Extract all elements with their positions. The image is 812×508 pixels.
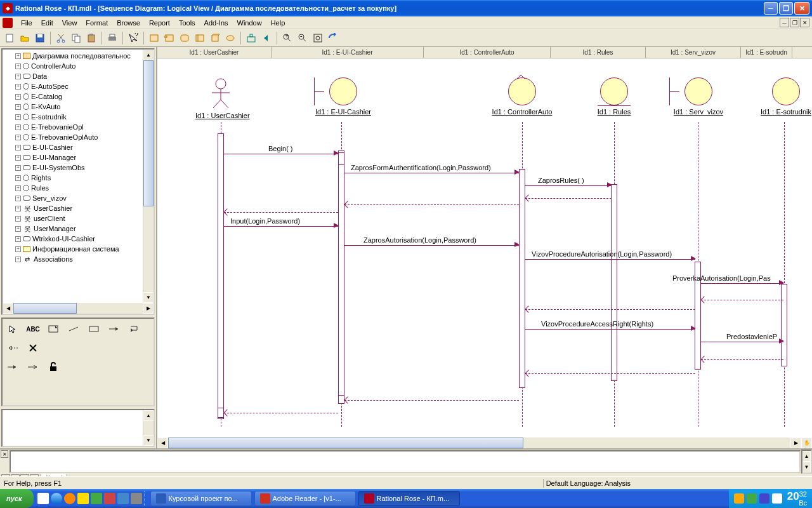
tree-item[interactable]: +Data <box>4 71 152 81</box>
clock[interactable]: 2032Вс <box>787 491 807 507</box>
ql-icon[interactable] <box>91 493 102 504</box>
browse-class-button[interactable] <box>147 31 161 45</box>
tray-icon[interactable] <box>734 493 744 504</box>
tree-vscroll[interactable]: ▲ ▼ <box>143 50 154 303</box>
activation-bar[interactable] <box>519 169 525 388</box>
ruler-cell[interactable]: Id1 : Rules <box>551 47 646 58</box>
expand-icon[interactable]: + <box>15 216 21 222</box>
msg-return[interactable] <box>344 394 519 403</box>
lifeline-serv[interactable]: Id1 : Serv_vizov <box>670 77 727 116</box>
model-tree[interactable]: +Диаграмма последовательнос+ControllerAu… <box>1 48 155 315</box>
lifeline-usercashier[interactable]: Id1 : UserCashier <box>195 77 246 119</box>
tree-item[interactable]: +E-TrebovanieOpl <box>4 122 152 132</box>
expand-icon[interactable]: + <box>15 145 21 150</box>
fit-window-button[interactable] <box>311 31 325 45</box>
tree-item[interactable]: +Serv_vizov <box>4 193 152 203</box>
msg-input[interactable]: Input(Login,Password) <box>224 220 338 229</box>
scroll-thumb[interactable] <box>143 60 154 206</box>
msg-return[interactable] <box>525 303 695 312</box>
help-button[interactable]: ? <box>126 31 140 45</box>
lock-tool[interactable] <box>47 361 60 373</box>
msg-return[interactable] <box>525 192 612 201</box>
mdi-restore-button[interactable]: ❐ <box>790 18 799 27</box>
menu-add-ins[interactable]: Add-Ins <box>200 18 233 28</box>
browse-deploy-button[interactable] <box>208 31 222 45</box>
tray-icon[interactable] <box>747 493 757 504</box>
browse-state-button[interactable] <box>178 31 192 45</box>
tray-icon[interactable] <box>759 493 769 504</box>
message-tool[interactable] <box>108 323 121 335</box>
expand-icon[interactable]: + <box>15 206 21 211</box>
msg-begin[interactable]: Begin( ) <box>224 147 338 156</box>
scroll-up-button[interactable]: ▲ <box>143 50 154 60</box>
scroll-left-button[interactable]: ◀ <box>157 438 168 448</box>
anchor-tool[interactable] <box>67 323 80 335</box>
start-button[interactable]: пуск <box>0 489 34 508</box>
msg-predost[interactable]: PredostavlenieP <box>701 335 783 344</box>
menu-file[interactable]: File <box>16 18 37 28</box>
doc-vscroll[interactable]: ▲ ▼ <box>143 410 154 446</box>
ruler-cell[interactable]: Id1 : Serv_vizov <box>646 47 741 58</box>
expand-icon[interactable]: + <box>15 257 21 262</box>
msg-return[interactable] <box>701 353 783 362</box>
note-tool[interactable] <box>47 323 60 335</box>
minimize-button[interactable]: ─ <box>764 2 778 15</box>
expand-icon[interactable]: + <box>15 165 21 171</box>
zoom-in-button[interactable]: + <box>280 31 294 45</box>
scroll-right-button[interactable]: ▶ <box>790 438 801 448</box>
activation-bar[interactable] <box>338 395 344 404</box>
close-button[interactable]: ✕ <box>794 2 809 15</box>
expand-icon[interactable]: + <box>15 196 21 201</box>
msg-return[interactable] <box>224 406 338 415</box>
activation-bar[interactable] <box>338 152 344 165</box>
lifeline-controller[interactable]: Id1 : ControllerAuto <box>490 77 554 116</box>
browse-interaction-button[interactable] <box>193 31 207 45</box>
return-tool[interactable] <box>6 342 19 354</box>
undo-fit-button[interactable] <box>326 31 340 45</box>
menu-browse[interactable]: Browse <box>112 18 145 28</box>
expand-icon[interactable]: + <box>15 114 21 120</box>
ql-icon[interactable] <box>77 493 89 504</box>
self-message-tool[interactable] <box>128 323 141 335</box>
taskbar-task[interactable]: Adobe Reader - [v1-... <box>254 491 356 506</box>
text-tool[interactable]: ABC <box>27 323 39 335</box>
menu-help[interactable]: Help <box>266 18 290 28</box>
menu-tools[interactable]: Tools <box>174 18 200 28</box>
activation-bar[interactable] <box>611 184 617 381</box>
tree-item[interactable]: +옷UserCashier <box>4 203 152 213</box>
ruler-cell[interactable]: Id1 : UserCashier <box>157 47 272 58</box>
msg-zapros-auto[interactable]: ZaprosAutorisation(Login,Password) <box>344 239 519 248</box>
msg-return[interactable] <box>525 367 695 376</box>
ruler-cell[interactable]: Id1 : E-sotrudn <box>741 47 792 58</box>
tree-item[interactable]: +⇄Associations <box>4 254 152 264</box>
expand-icon[interactable]: + <box>15 94 21 100</box>
msg-return[interactable] <box>344 198 519 207</box>
menu-report[interactable]: Report <box>145 18 174 28</box>
msg-return[interactable] <box>224 206 338 215</box>
expand-icon[interactable]: + <box>15 175 21 181</box>
lifeline-sotrudnik[interactable]: Id1 : E-sotrudnik <box>757 77 812 116</box>
tree-item[interactable]: +E-KvAuto <box>4 102 152 112</box>
ql-ie-icon[interactable] <box>51 493 62 504</box>
ruler-cell[interactable]: Id1 : E-UI-Cashier <box>272 47 424 58</box>
mdi-minimize-button[interactable]: ─ <box>780 18 789 27</box>
maximize-button[interactable]: ❐ <box>779 2 793 15</box>
tree-item[interactable]: +옷UserManager <box>4 224 152 234</box>
expand-icon[interactable]: + <box>15 74 21 79</box>
msg-return[interactable] <box>701 293 783 302</box>
paste-button[interactable] <box>84 31 98 45</box>
activation-bar[interactable] <box>218 133 224 419</box>
browse-usecase-button[interactable] <box>223 31 237 45</box>
tree-item[interactable]: +E-UI-Cashier <box>4 142 152 152</box>
expand-icon[interactable]: + <box>15 135 21 140</box>
msg-zapros-auth[interactable]: ZaprosFormAuthentification(Login,Passwor… <box>344 166 519 175</box>
tree-item[interactable]: +E-UI-SystemObs <box>4 163 152 173</box>
tree-item[interactable]: +Rules <box>4 183 152 193</box>
ql-icon[interactable] <box>104 493 115 504</box>
browse-prev-button[interactable] <box>259 31 273 45</box>
menu-view[interactable]: View <box>58 18 82 28</box>
msg-vizov-auto[interactable]: VizovProcedureAutorisation(Login,Passwor… <box>525 253 695 262</box>
save-button[interactable] <box>33 31 47 45</box>
print-button[interactable] <box>105 31 119 45</box>
ql-icon[interactable] <box>131 493 142 504</box>
